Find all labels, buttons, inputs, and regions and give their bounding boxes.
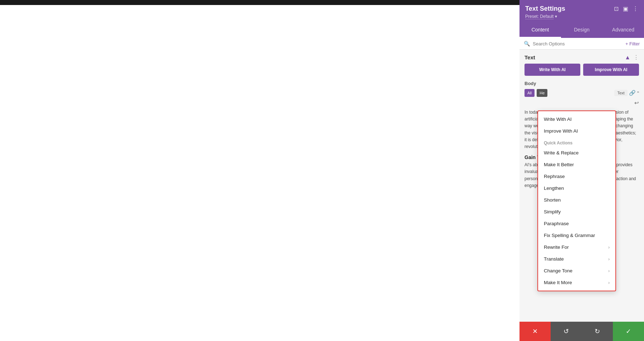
menu-fix-spelling[interactable]: Fix Spelling & Grammar xyxy=(538,229,615,241)
panel-header: Text Settings ⊡ ▣ ⋮ Preset: Default ▾ xyxy=(519,0,644,23)
more-icon[interactable]: ⋮ xyxy=(633,5,638,12)
text-section-label: Text xyxy=(525,54,535,60)
tab-advanced[interactable]: Advanced xyxy=(602,23,644,38)
ai-buttons: Write With AI Improve With AI xyxy=(525,64,639,76)
top-dark-bar xyxy=(0,0,519,5)
left-panel: Text Settings ⊡ ▣ ⋮ Preset: Default ▾ Co… xyxy=(519,0,644,341)
menu-simplify[interactable]: Simplify xyxy=(538,206,615,218)
heading-row: All He Text 🔗 " xyxy=(525,89,639,97)
format-text-label: Text xyxy=(614,90,627,96)
redo-button[interactable]: ↻ xyxy=(582,322,613,341)
menu-paraphrase[interactable]: Paraphrase xyxy=(538,218,615,229)
translate-arrow: › xyxy=(608,257,610,262)
menu-rephrase[interactable]: Rephrase xyxy=(538,170,615,182)
collapse-icon[interactable]: ▲ xyxy=(625,54,630,61)
menu-write-with-ai[interactable]: Write With AI xyxy=(538,113,615,125)
screen-icon[interactable]: ⊡ xyxy=(614,5,619,12)
menu-quick-actions-label: Quick Actions xyxy=(538,137,615,147)
bottom-toolbar: ✕ ↺ ↻ ✓ xyxy=(519,322,644,341)
write-with-ai-button[interactable]: Write With AI xyxy=(525,64,580,76)
search-input[interactable] xyxy=(533,41,623,46)
text-section-header: Text ▲ ⋮ xyxy=(525,54,639,61)
save-button[interactable]: ✓ xyxy=(613,322,644,341)
rewrite-for-arrow: › xyxy=(608,245,610,250)
tab-design[interactable]: Design xyxy=(561,23,602,38)
menu-shorten[interactable]: Shorten xyxy=(538,194,615,206)
undo-button[interactable]: ↺ xyxy=(551,322,582,341)
tab-content[interactable]: Content xyxy=(519,23,561,38)
panel-preset[interactable]: Preset: Default ▾ xyxy=(525,14,638,19)
improve-with-ai-button[interactable]: Improve With AI xyxy=(583,64,639,76)
menu-write-replace[interactable]: Write & Replace xyxy=(538,147,615,159)
make-it-more-arrow: › xyxy=(608,280,610,285)
heading-all-btn[interactable]: All xyxy=(525,89,535,97)
panel-body: Text ▲ ⋮ Write With AI Improve With AI B… xyxy=(519,50,644,322)
panel-header-icons: ⊡ ▣ ⋮ xyxy=(614,5,638,12)
ai-dropdown-menu: Write With AI Improve With AI Quick Acti… xyxy=(537,110,616,291)
menu-improve-with-ai[interactable]: Improve With AI xyxy=(538,125,615,137)
search-bar: 🔍 + Filter xyxy=(519,38,644,50)
menu-change-tone[interactable]: Change Tone › xyxy=(538,265,615,277)
filter-button[interactable]: + Filter xyxy=(625,41,640,46)
heading-h1-btn[interactable]: He xyxy=(537,89,547,97)
change-tone-arrow: › xyxy=(608,268,610,273)
link-icon[interactable]: 🔗 xyxy=(629,90,636,96)
panel-tabs: Content Design Advanced xyxy=(519,23,644,38)
columns-icon[interactable]: ▣ xyxy=(623,5,628,12)
search-icon: 🔍 xyxy=(524,41,530,46)
menu-make-it-better[interactable]: Make It Better xyxy=(538,159,615,170)
cancel-button[interactable]: ✕ xyxy=(519,322,551,341)
section-more-icon[interactable]: ⋮ xyxy=(633,54,639,61)
quote-icon[interactable]: " xyxy=(637,90,639,96)
body-label: Body xyxy=(525,81,639,86)
menu-make-it-more[interactable]: Make It More › xyxy=(538,277,615,288)
menu-lengthen[interactable]: Lengthen xyxy=(538,182,615,194)
panel-title: Text Settings xyxy=(525,5,565,13)
menu-rewrite-for[interactable]: Rewrite For › xyxy=(538,241,615,253)
menu-translate[interactable]: Translate › xyxy=(538,253,615,265)
undo-icon[interactable]: ↩ xyxy=(634,100,639,106)
